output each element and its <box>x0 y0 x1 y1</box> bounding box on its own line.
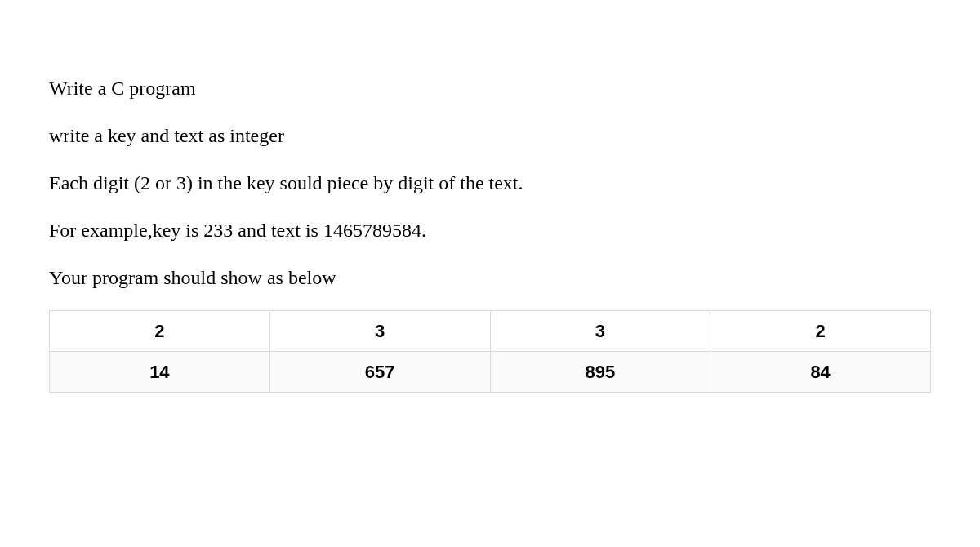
paragraph-3: Each digit (2 or 3) in the key sould pie… <box>49 168 931 198</box>
paragraph-4: For example,key is 233 and text is 14657… <box>49 216 931 245</box>
example-table: 2 3 3 2 14 657 895 84 <box>49 310 931 393</box>
table-cell: 657 <box>270 352 490 393</box>
paragraph-2: write a key and text as integer <box>49 121 931 150</box>
example-table-wrapper: 2 3 3 2 14 657 895 84 <box>49 310 931 393</box>
table-row: 2 3 3 2 <box>50 311 931 352</box>
paragraph-5: Your program should show as below <box>49 263 931 292</box>
table-cell: 2 <box>710 311 931 352</box>
table-cell: 3 <box>270 311 490 352</box>
table-row: 14 657 895 84 <box>50 352 931 393</box>
paragraph-1: Write a C program <box>49 73 931 103</box>
table-cell: 895 <box>490 352 710 393</box>
table-cell: 14 <box>50 352 270 393</box>
table-cell: 3 <box>490 311 710 352</box>
document-content: Write a C program write a key and text a… <box>49 73 931 393</box>
table-cell: 84 <box>710 352 931 393</box>
table-cell: 2 <box>50 311 270 352</box>
